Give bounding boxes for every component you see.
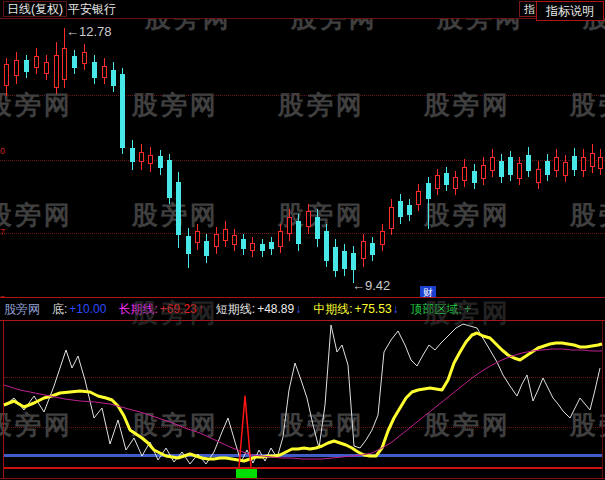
- candle-body: [92, 62, 97, 78]
- candle-body: [250, 243, 255, 251]
- candle-body: [398, 201, 403, 217]
- high-price-annotation: ←12.78: [66, 24, 112, 39]
- low-price-annotation: ←9.42: [352, 278, 390, 293]
- indicator-stat: 短期线:+48.89↓: [216, 302, 301, 316]
- candle-body: [167, 160, 172, 198]
- candle-body: [407, 205, 412, 215]
- panel-bottom-border: [0, 478, 605, 479]
- candle-body: [130, 148, 135, 162]
- candle-body: [370, 243, 375, 255]
- candle-body: [380, 231, 385, 245]
- left-arrow-icon: ←: [352, 278, 365, 293]
- watermark-text: 股旁网: [424, 296, 511, 331]
- candle-body: [361, 241, 366, 259]
- candle-body: [416, 191, 421, 205]
- trading-app-window: 股旁网股旁网股旁网股旁网股旁网股旁网股旁网股旁网股旁网股旁网股旁网股旁网股旁网股…: [0, 0, 605, 480]
- candle-body: [120, 74, 125, 148]
- indicator-values: 底:+10.00长期线:+69.23↑短期线:+48.89↓中期线:+75.53…: [40, 301, 471, 318]
- candle-body: [62, 48, 67, 80]
- period-label[interactable]: 日线(复权): [3, 1, 67, 17]
- indicator-stat-value: +75.53: [355, 302, 392, 316]
- indicator-name: 股旁网: [4, 301, 40, 318]
- candle-body: [517, 163, 522, 179]
- left-arrow-icon: ←: [66, 24, 79, 39]
- candle-body: [111, 70, 116, 86]
- candle-body: [72, 56, 77, 68]
- candle-body: [444, 173, 449, 185]
- zero-level-line: [4, 467, 602, 469]
- candle-body: [526, 155, 531, 171]
- bottom-level-line: [4, 454, 602, 457]
- down-arrow-icon: ↓: [295, 302, 301, 316]
- candle-body: [315, 217, 320, 239]
- candle-body: [186, 236, 191, 254]
- buy-signal-marker: [236, 469, 257, 478]
- candle-body: [462, 167, 467, 181]
- candle-body: [499, 161, 504, 177]
- candle-body: [581, 157, 586, 171]
- indicator-stat: 底:+10.00: [52, 302, 106, 316]
- titlebar: 日线(复权) 平安银行 指 信息 ▶|: [0, 0, 605, 19]
- candle-body: [590, 153, 595, 167]
- candle-body: [158, 156, 163, 168]
- candle-body: [545, 161, 550, 175]
- candle-body: [4, 64, 9, 86]
- candle-body: [241, 239, 246, 249]
- indicator-stat-value: +10.00: [69, 302, 106, 316]
- candle-body: [260, 244, 265, 251]
- candle-body: [598, 157, 603, 169]
- indicator-stat-label: 短期线:: [216, 302, 255, 316]
- candle-body: [306, 211, 311, 227]
- down-arrow-icon: ↓: [393, 302, 399, 316]
- indicator-header: 股旁网 底:+10.00长期线:+69.23↑短期线:+48.89↓中期线:+7…: [0, 297, 605, 321]
- candle-body: [269, 242, 274, 249]
- candle-body: [296, 221, 301, 244]
- candle-body: [324, 231, 329, 261]
- candle-body: [139, 152, 144, 162]
- candle-body: [351, 253, 356, 270]
- candle-body: [554, 157, 559, 171]
- indicator-stat: 中期线:+75.53↓: [313, 302, 398, 316]
- candle-body: [176, 182, 181, 235]
- candle-body: [195, 231, 200, 243]
- panel-right-border: [602, 320, 603, 478]
- candle-body: [563, 162, 568, 176]
- candle-body: [572, 156, 577, 170]
- candle-body: [435, 175, 440, 189]
- candle-body: [34, 56, 39, 68]
- candle-body: [481, 165, 486, 179]
- candle-body: [148, 155, 153, 164]
- candle-body: [426, 183, 431, 199]
- candle-body: [214, 234, 219, 247]
- candle-body: [278, 231, 283, 247]
- candle-body: [333, 247, 338, 271]
- candle-body: [536, 169, 541, 183]
- candle-body: [508, 157, 513, 175]
- candle-body: [24, 60, 29, 72]
- candle-body: [472, 171, 477, 183]
- candle-body: [287, 217, 292, 234]
- candlestick-chart[interactable]: [0, 18, 605, 297]
- candle-body: [223, 229, 228, 241]
- price-axis-label: 0: [0, 146, 5, 156]
- candle-body: [102, 66, 107, 78]
- stock-name: 平安银行: [68, 2, 116, 16]
- candle-body: [342, 251, 347, 269]
- candle-body: [14, 60, 19, 76]
- indicator-stat-label: 底:: [52, 302, 67, 316]
- candle-body: [54, 55, 59, 88]
- indicator-description-button[interactable]: 指标说明: [536, 1, 604, 21]
- candle-body: [490, 157, 495, 171]
- candle-body: [232, 235, 237, 245]
- indicator-stat-label: 中期线:: [313, 302, 352, 316]
- candle-body: [204, 241, 209, 256]
- watermark-text: 股旁网: [132, 296, 219, 331]
- price-axis-label: 7: [0, 227, 5, 237]
- candle-body: [453, 177, 458, 189]
- candle-body: [44, 62, 49, 74]
- candle-body: [389, 207, 394, 229]
- candle-body: [82, 52, 87, 64]
- indicator-stat-value: +48.89: [257, 302, 294, 316]
